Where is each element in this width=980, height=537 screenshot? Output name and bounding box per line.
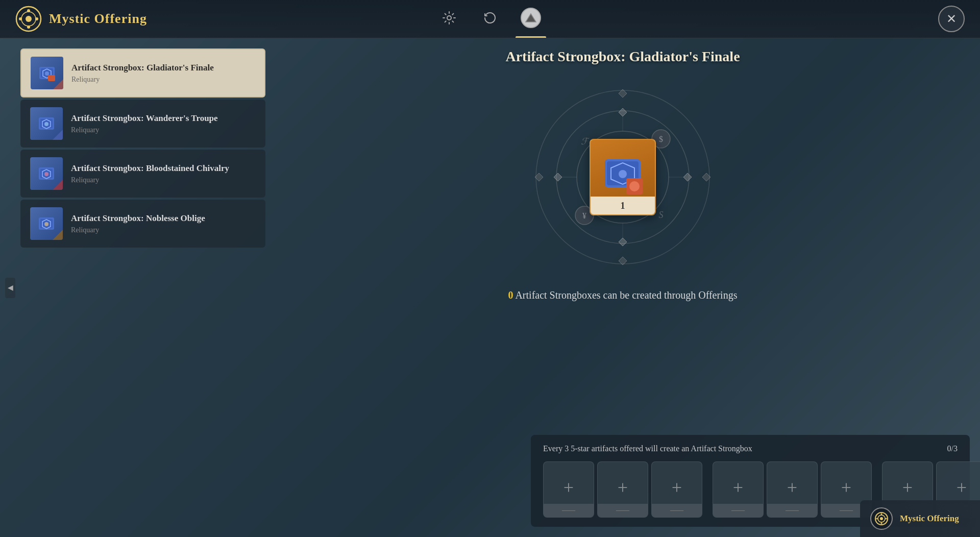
svg-marker-27 bbox=[554, 173, 562, 181]
settings-icon bbox=[439, 8, 459, 28]
item-text-noblesse: Artifact Strongbox: Noblesse Oblige Reli… bbox=[71, 213, 256, 234]
nav-main[interactable] bbox=[521, 0, 541, 38]
svg-point-6 bbox=[35, 17, 38, 20]
detail-title: Artifact Strongbox: Gladiator's Finale bbox=[505, 48, 740, 65]
item-icon-bloodstained bbox=[30, 157, 63, 190]
close-button[interactable]: ✕ bbox=[938, 6, 965, 32]
svg-point-11 bbox=[45, 71, 49, 76]
slot-dash: —— bbox=[840, 506, 853, 514]
slot-plus-icon: + bbox=[957, 478, 967, 497]
header: Mystic Offering bbox=[0, 0, 980, 38]
slot-plus-icon: + bbox=[733, 478, 743, 497]
offering-count: 0 bbox=[508, 289, 513, 301]
item-icon-gladiator bbox=[31, 57, 63, 89]
slot-card[interactable]: + —— bbox=[597, 461, 648, 518]
mystic-offering-logo-icon bbox=[15, 6, 42, 32]
svg-point-21 bbox=[44, 222, 48, 226]
circle-decoration-area: $ ¥ ℱ S bbox=[526, 80, 720, 274]
panel-toggle-button[interactable]: ◀ bbox=[5, 278, 15, 298]
slot-plus-icon: + bbox=[841, 478, 851, 497]
slot-dash: —— bbox=[616, 506, 629, 514]
nav-settings[interactable] bbox=[439, 0, 459, 38]
header-nav bbox=[439, 0, 541, 38]
logo-area: Mystic Offering bbox=[15, 6, 147, 32]
svg-point-47 bbox=[629, 181, 640, 191]
list-item[interactable]: Artifact Strongbox: Gladiator's Finale R… bbox=[20, 48, 265, 97]
triangle-icon bbox=[521, 8, 541, 28]
offering-info: 0 Artifact Strongboxes can be created th… bbox=[508, 289, 738, 301]
mystic-badge: Mystic Offering bbox=[860, 500, 980, 537]
slot-plus-icon: + bbox=[564, 478, 574, 497]
slot-card[interactable]: + —— bbox=[713, 461, 764, 518]
item-name-wanderer: Artifact Strongbox: Wanderer's Troupe bbox=[71, 113, 256, 124]
center-item: 1 bbox=[590, 139, 656, 215]
bottom-description: Every 3 5-star artifacts offered will cr… bbox=[543, 444, 752, 453]
item-name-bloodstained: Artifact Strongbox: Bloodstained Chivalr… bbox=[71, 163, 256, 174]
item-sub-gladiator: Reliquary bbox=[71, 76, 255, 84]
item-text-bloodstained: Artifact Strongbox: Bloodstained Chivalr… bbox=[71, 163, 256, 184]
slot-dash: —— bbox=[670, 506, 683, 514]
item-name-noblesse: Artifact Strongbox: Noblesse Oblige bbox=[71, 213, 256, 224]
right-panel: Artifact Strongbox: Gladiator's Finale bbox=[265, 38, 980, 537]
svg-point-15 bbox=[44, 122, 48, 126]
bottom-progress: 0/3 bbox=[947, 444, 958, 453]
svg-point-7 bbox=[447, 16, 451, 20]
svg-text:ℱ: ℱ bbox=[581, 136, 590, 147]
slot-plus-icon: + bbox=[672, 478, 682, 497]
slot-dash: —— bbox=[562, 506, 575, 514]
item-sub-bloodstained: Reliquary bbox=[71, 176, 256, 184]
item-sub-wanderer: Reliquary bbox=[71, 126, 256, 134]
offering-text-suffix: Artifact Strongboxes can be created thro… bbox=[515, 289, 737, 301]
slot-plus-icon: + bbox=[902, 478, 913, 497]
slot-card[interactable]: + —— bbox=[543, 461, 594, 518]
svg-point-52 bbox=[881, 523, 883, 524]
list-item[interactable]: Artifact Strongbox: Bloodstained Chivalr… bbox=[20, 150, 265, 198]
svg-marker-28 bbox=[683, 173, 692, 181]
badge-label: Mystic Offering bbox=[900, 514, 959, 524]
slot-dash: —— bbox=[786, 506, 799, 514]
list-item[interactable]: Artifact Strongbox: Noblesse Oblige Reli… bbox=[20, 200, 265, 248]
svg-text:$: $ bbox=[659, 135, 663, 143]
svg-point-51 bbox=[881, 514, 883, 515]
svg-point-4 bbox=[27, 26, 30, 29]
svg-point-53 bbox=[876, 518, 878, 520]
slot-card[interactable]: + —— bbox=[767, 461, 818, 518]
svg-marker-25 bbox=[619, 108, 627, 116]
svg-point-54 bbox=[886, 518, 887, 520]
item-text-wanderer: Artifact Strongbox: Wanderer's Troupe Re… bbox=[71, 113, 256, 134]
item-name-gladiator: Artifact Strongbox: Gladiator's Finale bbox=[71, 62, 255, 74]
svg-rect-12 bbox=[48, 75, 55, 81]
chevron-left-icon: ◀ bbox=[8, 283, 13, 292]
slot-group-2: + —— + —— + —— bbox=[713, 461, 872, 518]
svg-marker-8 bbox=[526, 14, 536, 22]
svg-point-45 bbox=[619, 170, 627, 178]
svg-text:¥: ¥ bbox=[582, 211, 586, 220]
slot-dash: —— bbox=[731, 506, 745, 514]
svg-point-50 bbox=[880, 517, 883, 520]
list-item[interactable]: Artifact Strongbox: Wanderer's Troupe Re… bbox=[20, 100, 265, 148]
svg-marker-26 bbox=[619, 238, 627, 246]
left-panel: ◀ Artifact Strongbox: Gladiator's Finale bbox=[0, 38, 265, 537]
slot-group-1: + —— + —— + —— bbox=[543, 461, 702, 518]
slot-plus-icon: + bbox=[618, 478, 628, 497]
svg-point-3 bbox=[27, 9, 30, 12]
item-icon-noblesse bbox=[30, 207, 63, 240]
svg-text:S: S bbox=[659, 210, 664, 220]
slot-card[interactable]: + —— bbox=[651, 461, 702, 518]
item-card-large: 1 bbox=[590, 139, 656, 215]
svg-point-5 bbox=[19, 17, 22, 20]
svg-point-2 bbox=[26, 16, 32, 22]
nav-refresh[interactable] bbox=[480, 0, 500, 38]
header-title: Mystic Offering bbox=[49, 11, 147, 27]
content-area: ◀ Artifact Strongbox: Gladiator's Finale bbox=[0, 38, 980, 537]
item-text-gladiator: Artifact Strongbox: Gladiator's Finale R… bbox=[71, 62, 255, 84]
item-sub-noblesse: Reliquary bbox=[71, 226, 256, 234]
item-icon-wanderer bbox=[30, 107, 63, 140]
svg-point-18 bbox=[44, 172, 48, 176]
item-count: 1 bbox=[621, 201, 625, 211]
close-icon: ✕ bbox=[946, 12, 957, 26]
badge-icon bbox=[870, 507, 893, 530]
bottom-header: Every 3 5-star artifacts offered will cr… bbox=[543, 444, 958, 453]
refresh-icon bbox=[480, 8, 500, 28]
slot-plus-icon: + bbox=[787, 478, 797, 497]
